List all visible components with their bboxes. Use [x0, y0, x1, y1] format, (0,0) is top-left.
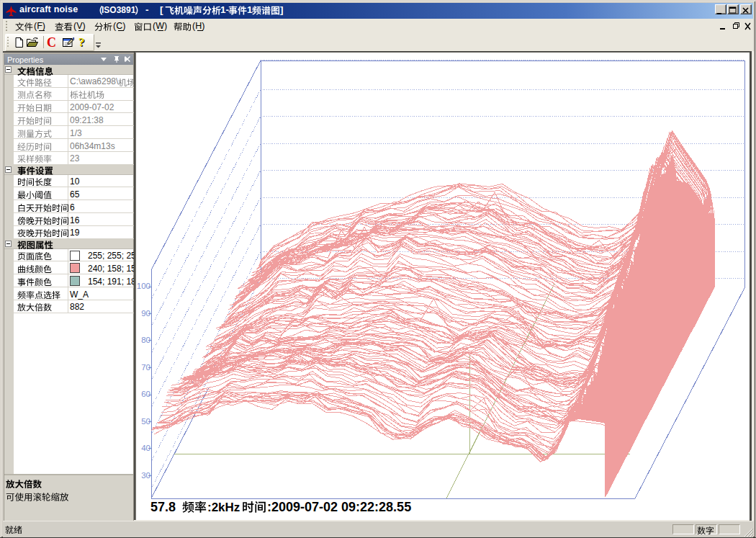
svg-text:60: 60 — [141, 390, 150, 398]
svg-text:100: 100 — [137, 282, 150, 290]
